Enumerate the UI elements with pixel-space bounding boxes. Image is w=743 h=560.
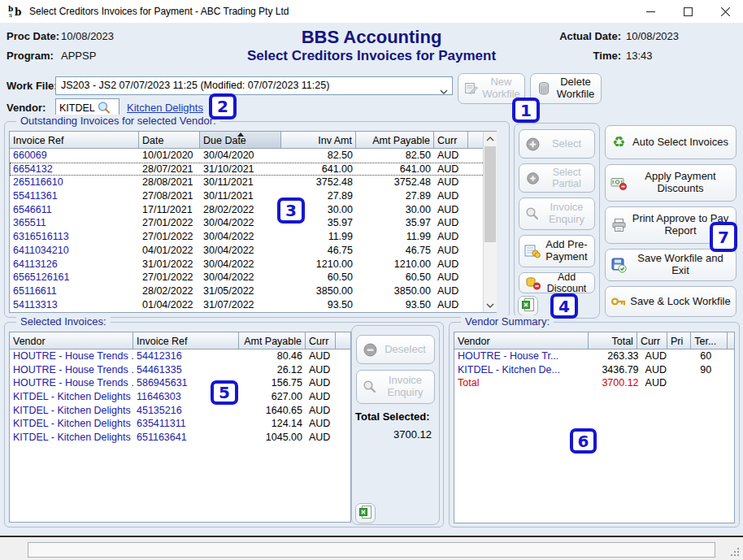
add-discount-label: Add Discount [542, 271, 591, 295]
cell: AUD [434, 298, 468, 312]
cell: 54412316 [133, 349, 239, 363]
table-header-row: VendorInvoice RefAmt PayableCurr [10, 332, 350, 349]
table-row[interactable]: KITDEL - Kitchen Delights6511636411045.0… [10, 431, 350, 445]
actual-date-label: Actual Date: [558, 30, 621, 42]
scroll-down-icon[interactable] [484, 298, 497, 312]
close-button[interactable] [707, 0, 743, 23]
printer-icon [609, 218, 628, 232]
cell: 3850.00 [356, 284, 434, 298]
column-header[interactable]: Date [139, 132, 200, 149]
deselect-button[interactable]: Deselect [356, 335, 435, 364]
minimize-button[interactable] [632, 0, 668, 23]
table-row[interactable]: 5541136127/08/202130/11/202127.8927.89AU… [10, 189, 496, 203]
cell: 26.12 [239, 363, 306, 377]
save-workfile-exit-button[interactable]: Save Workfile and Exit [605, 249, 736, 281]
table-row[interactable]: 36551127/01/202230/04/202235.9735.97AUD [10, 216, 496, 230]
add-prepayment-button[interactable]: Add Pre-Payment [519, 235, 595, 267]
cell: 28/07/2021 [139, 163, 200, 176]
delete-workfile-button[interactable]: Delete Workfile [530, 73, 602, 104]
cell: 30/04/2022 [200, 244, 281, 258]
annotation-badge-3: 3 [277, 198, 305, 224]
cell: 156.75 [239, 376, 306, 390]
table-row[interactable]: 665413228/07/202131/10/2021641.00641.00A… [10, 163, 496, 176]
cell: 6316516113 [10, 230, 139, 244]
table-row[interactable]: KITDEL - Kitchen Delights635411311124.14… [10, 417, 350, 431]
column-header[interactable]: Ter... [691, 332, 728, 349]
svg-text:s: s [9, 11, 12, 19]
save-lock-workfile-button[interactable]: Save & Lock Workfile [605, 286, 736, 317]
table-row[interactable]: 26511661028/08/202130/11/20213752.483752… [10, 176, 496, 189]
cell: 45135216 [133, 404, 239, 418]
cell: 60.50 [281, 271, 356, 284]
table-row[interactable]: KITDEL - Kitchen Delights451352161640.65… [10, 404, 350, 418]
table-row[interactable]: KITDEL - Kitchen Delights11646303627.00A… [10, 390, 350, 404]
cell: 30/11/2021 [200, 189, 281, 203]
save-lock-label: Save & Lock Workfile [628, 296, 732, 308]
table-row[interactable]: 6511661128/02/202231/05/20223850.003850.… [10, 284, 496, 298]
cell: 627.00 [239, 390, 306, 404]
cell: 04/01/2022 [139, 244, 200, 258]
cell: 31/07/2022 [200, 298, 281, 312]
add-discount-button[interactable]: Add Discount [519, 272, 595, 293]
column-header[interactable]: Curr [637, 332, 667, 349]
table-row[interactable]: 66006910/01/202030/04/202082.5082.50AUD [10, 149, 496, 163]
scrollbar-thumb[interactable] [484, 146, 496, 242]
table-row[interactable]: KITDEL - Kitchen De...3436.79AUD90 [454, 363, 734, 377]
column-header[interactable]: Vendor [454, 332, 589, 349]
cell: 11.99 [356, 230, 434, 244]
apply-discounts-label: Apply Payment Discounts [628, 171, 732, 195]
selected-invoice-enquiry-button[interactable]: Invoice Enquiry [356, 370, 435, 404]
cell: 90 [697, 363, 734, 377]
vendor-name-link[interactable]: Kitchen Delights [127, 102, 203, 114]
magnifier-icon [523, 206, 542, 221]
scroll-up-icon[interactable] [484, 132, 497, 145]
table-row[interactable]: HOUTRE - House Trends ...586945631156.75… [10, 376, 350, 390]
column-header[interactable]: Vendor [10, 332, 133, 349]
cell: 60.50 [356, 271, 434, 284]
table-row[interactable]: 641103421004/01/202230/04/202246.7546.75… [10, 244, 496, 258]
column-header[interactable]: Inv Amt [281, 132, 356, 149]
column-header[interactable]: Total [589, 332, 637, 349]
column-header[interactable]: Due Date [200, 132, 281, 149]
cell: 82.50 [356, 149, 434, 163]
excel-icon [521, 297, 536, 315]
cell: 3436.79 [592, 363, 642, 377]
table-row[interactable]: 631651611327/01/202230/04/202211.9911.99… [10, 230, 496, 244]
cell: HOUTRE - House Trends ... [10, 349, 133, 363]
cell: 01/04/2022 [139, 298, 200, 312]
column-header[interactable]: Pri [667, 332, 691, 349]
workfile-combobox[interactable]: JS203 - JS2 07/07/2023 11:25 (Modified: … [55, 76, 453, 95]
invoice-enquiry-button[interactable]: Invoice Enquiry [519, 198, 595, 230]
cell: AUD [434, 216, 468, 230]
cell: AUD [642, 376, 673, 390]
select-partial-button[interactable]: Select Partial [519, 163, 595, 193]
select-button[interactable]: Select [519, 129, 595, 158]
column-header[interactable]: Curr [434, 132, 468, 149]
deselect-label: Deselect [380, 344, 431, 356]
table-row[interactable]: 656512616127/01/202230/04/202260.5060.50… [10, 271, 496, 284]
column-header[interactable]: Invoice Ref [133, 332, 239, 349]
resize-grip-icon[interactable] [737, 554, 739, 556]
column-header[interactable]: Amt Payable [356, 132, 434, 149]
table-row[interactable]: 654661117/11/202128/02/202230.0030.00AUD [10, 203, 496, 217]
table-row[interactable]: 6411312631/01/202230/04/20221210.001210.… [10, 258, 496, 271]
export-excel-button[interactable] [518, 296, 538, 316]
maximize-button[interactable] [670, 0, 706, 23]
export-excel-selected-button[interactable] [355, 503, 376, 523]
apply-payment-discounts-button[interactable]: Apply Payment Discounts [605, 164, 736, 202]
annotation-badge-1: 1 [512, 98, 540, 123]
table-row[interactable]: Total3700.12AUD [454, 376, 734, 390]
actual-date-value: 10/08/2023 [626, 30, 679, 42]
column-header[interactable]: Invoice Ref [10, 132, 139, 149]
auto-select-invoices-button[interactable]: ♻ Auto Select Invoices [605, 125, 736, 159]
column-header[interactable]: Amt Payable [239, 332, 306, 349]
table-row[interactable]: HOUTRE - House Trends ...5446133526.12AU… [10, 363, 350, 377]
cell: AUD [306, 390, 336, 404]
cell: 17/11/2021 [139, 203, 200, 217]
column-header[interactable]: Curr [306, 332, 336, 349]
table-row[interactable]: 5411331301/04/202231/07/202293.5093.50AU… [10, 298, 496, 312]
table-row[interactable]: HOUTRE - House Tr...263.33AUD60 [454, 349, 734, 363]
outstanding-scrollbar[interactable] [483, 132, 497, 312]
total-selected-label: Total Selected: [355, 410, 430, 423]
table-row[interactable]: HOUTRE - House Trends ...5441231680.46AU… [10, 349, 350, 363]
